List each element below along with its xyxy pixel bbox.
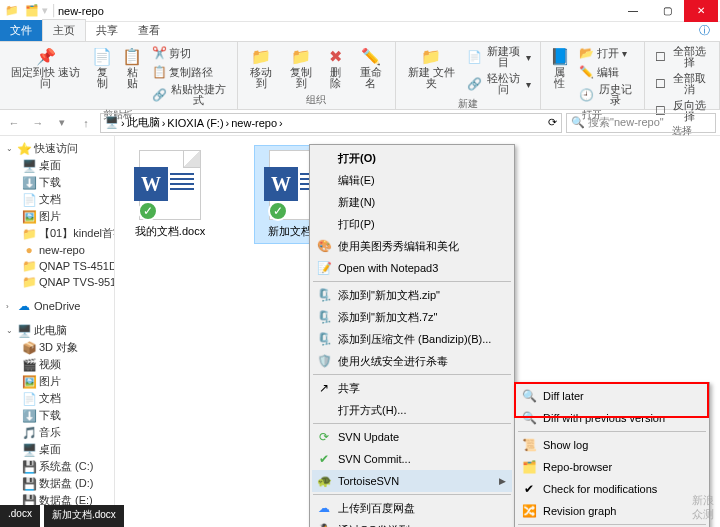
ctx-open[interactable]: 打开(O) bbox=[312, 147, 512, 169]
tree-kindel[interactable]: 📁【01】kindel首字B bbox=[0, 225, 114, 242]
nav-back-button[interactable]: ← bbox=[4, 113, 24, 133]
tree-sysc[interactable]: 💾系统盘 (C:) bbox=[0, 458, 114, 475]
pin-quickaccess-button[interactable]: 📌固定到快 速访问 bbox=[6, 44, 85, 91]
crumb-folder[interactable]: new-repo bbox=[231, 117, 277, 129]
tree-music[interactable]: 🎵音乐 bbox=[0, 424, 114, 441]
ctx-svn-update[interactable]: ⟳SVN Update bbox=[312, 426, 512, 448]
tree-documents[interactable]: 📄文档 bbox=[0, 191, 114, 208]
address-bar: ← → ▾ ↑ 🖥️› 此电脑› KIOXIA (F:)› new-repo› … bbox=[0, 110, 720, 136]
tree-dl2[interactable]: ⬇️下载 bbox=[0, 407, 114, 424]
tab-view[interactable]: 查看 bbox=[128, 20, 170, 41]
ctx-meitu[interactable]: 🎨使用美图秀秀编辑和美化 bbox=[312, 235, 512, 257]
search-icon: 🔍 bbox=[571, 116, 585, 129]
ctx-edit[interactable]: 编辑(E) bbox=[312, 169, 512, 191]
breadcrumb[interactable]: 🖥️› 此电脑› KIOXIA (F:)› new-repo› ⟳ bbox=[100, 113, 562, 133]
history-button[interactable]: 🕘历史记录 bbox=[577, 82, 638, 108]
ribbon-collapse[interactable]: ⓘ bbox=[689, 20, 720, 41]
ctx-add7z[interactable]: 🗜️添加到"新加文档.7z" bbox=[312, 306, 512, 328]
refresh-icon[interactable]: ⟳ bbox=[548, 116, 557, 129]
ctx-rev-graph[interactable]: 🔀Revision graph bbox=[517, 500, 707, 522]
cut-button[interactable]: ✂️剪切 bbox=[149, 44, 230, 62]
explorer-icon: 🗂️ bbox=[25, 4, 39, 18]
copy-path-button[interactable]: 📋复制路径 bbox=[149, 63, 230, 81]
rename-button[interactable]: ✏️重命名 bbox=[353, 44, 389, 91]
nav-recent-button[interactable]: ▾ bbox=[52, 113, 72, 133]
ribbon-group-open: 📘属性 📂打开▾ ✏️编辑 🕘历史记录 打开 bbox=[541, 42, 645, 109]
search-input[interactable]: 🔍 搜索"new-repo" bbox=[566, 113, 716, 133]
context-submenu-tortoisesvn: 🔍Diff later 🔍Diff with previous version … bbox=[514, 382, 710, 527]
tree-quickaccess[interactable]: ⌄⭐快速访问 bbox=[0, 140, 114, 157]
tree-qnap1[interactable]: 📁QNAP TS-451D-2 bbox=[0, 258, 114, 274]
properties-button[interactable]: 📘属性 bbox=[547, 44, 573, 91]
file-name: 我的文档.docx bbox=[135, 224, 205, 239]
ctx-tortoisesvn[interactable]: 🐢TortoiseSVN▶ bbox=[312, 470, 512, 492]
paste-button[interactable]: 📋粘贴 bbox=[119, 44, 145, 91]
task-peek-2[interactable]: 新加文档.docx bbox=[44, 505, 124, 527]
ctx-new[interactable]: 新建(N) bbox=[312, 191, 512, 213]
ctx-diff-later[interactable]: 🔍Diff later bbox=[517, 385, 707, 407]
new-folder-button[interactable]: 📁新建 文件夹 bbox=[402, 44, 461, 91]
tab-file[interactable]: 文件 bbox=[0, 20, 42, 41]
ctx-huorong[interactable]: 🛡️使用火绒安全进行杀毒 bbox=[312, 350, 512, 372]
edit-button[interactable]: ✏️编辑 bbox=[577, 63, 638, 81]
tab-share[interactable]: 共享 bbox=[86, 20, 128, 41]
tree-onedrive[interactable]: ›☁OneDrive bbox=[0, 298, 114, 314]
tree-desktop[interactable]: 🖥️桌面 bbox=[0, 157, 114, 174]
file-item-1[interactable]: W✓ 我的文档.docx bbox=[125, 146, 215, 243]
ctx-notepad3[interactable]: 📝Open with Notepad3 bbox=[312, 257, 512, 279]
ctx-svn-commit[interactable]: ✔SVN Commit... bbox=[312, 448, 512, 470]
ctx-print[interactable]: 打印(P) bbox=[312, 213, 512, 235]
copyto-button[interactable]: 📁复制到 bbox=[283, 44, 319, 91]
tree-qnap2[interactable]: 📁QNAP TVS-951N- bbox=[0, 274, 114, 290]
new-item-button[interactable]: 📄新建项目▾ bbox=[465, 44, 534, 70]
tree-docs2[interactable]: 📄文档 bbox=[0, 390, 114, 407]
copy-button[interactable]: 📄复制 bbox=[89, 44, 115, 91]
moveto-button[interactable]: 📁移动到 bbox=[244, 44, 280, 91]
tree-newrepo[interactable]: ●new-repo bbox=[0, 242, 114, 258]
ctx-bandizip[interactable]: 🗜️添加到压缩文件 (Bandizip)(B)... bbox=[312, 328, 512, 350]
tree-3dobjects[interactable]: 📦3D 对象 bbox=[0, 339, 114, 356]
open-button[interactable]: 📂打开▾ bbox=[577, 44, 638, 62]
window-controls: — ▢ ✕ bbox=[616, 0, 718, 22]
tree-downloads[interactable]: ⬇️下载 bbox=[0, 174, 114, 191]
tree-pics2[interactable]: 🖼️图片 bbox=[0, 373, 114, 390]
ctx-share[interactable]: ↗共享 bbox=[312, 377, 512, 399]
nav-forward-button[interactable]: → bbox=[28, 113, 48, 133]
qat-sep: ▾ │ bbox=[42, 4, 58, 17]
ctx-diff-prev[interactable]: 🔍Diff with previous version bbox=[517, 407, 707, 429]
chevron-right-icon: ▶ bbox=[499, 476, 506, 486]
ribbon-group-select: ☐全部选择 ☐全部取消 ☐反向选择 选择 bbox=[645, 42, 720, 109]
taskbar-preview: .docx 新加文档.docx bbox=[0, 505, 124, 527]
tree-thispc[interactable]: ⌄🖥️此电脑 bbox=[0, 322, 114, 339]
ctx-qq[interactable]: 🐧通过QQ发送到 bbox=[312, 519, 512, 527]
ctx-repo-browser[interactable]: 🗂️Repo-browser bbox=[517, 456, 707, 478]
tree-datae[interactable]: 💾数据盘 (E:) bbox=[0, 492, 114, 505]
paste-shortcut-button[interactable]: 🔗粘贴快捷方式 bbox=[149, 82, 230, 108]
maximize-button[interactable]: ▢ bbox=[650, 0, 684, 22]
tree-videos[interactable]: 🎬视频 bbox=[0, 356, 114, 373]
ctx-openwith[interactable]: 打开方式(H)... bbox=[312, 399, 512, 421]
ribbon-group-new: 📁新建 文件夹 📄新建项目▾ 🔗轻松访问▾ 新建 bbox=[396, 42, 541, 109]
pc-icon: 🖥️ bbox=[105, 116, 119, 129]
crumb-drive[interactable]: KIOXIA (F:) bbox=[167, 117, 223, 129]
ctx-show-log[interactable]: 📜Show log bbox=[517, 434, 707, 456]
titlebar: 📁 🗂️ ▾ │ new-repo — ▢ ✕ bbox=[0, 0, 720, 22]
minimize-button[interactable]: — bbox=[616, 0, 650, 22]
tree-pictures[interactable]: 🖼️图片 bbox=[0, 208, 114, 225]
select-none-button[interactable]: ☐全部取消 bbox=[651, 71, 713, 97]
ctx-baidu[interactable]: ☁上传到百度网盘 bbox=[312, 497, 512, 519]
select-all-button[interactable]: ☐全部选择 bbox=[651, 44, 713, 70]
easy-access-button[interactable]: 🔗轻松访问▾ bbox=[465, 71, 534, 97]
ctx-check-mod[interactable]: ✔Check for modifications bbox=[517, 478, 707, 500]
close-button[interactable]: ✕ bbox=[684, 0, 718, 22]
tree-desk2[interactable]: 🖥️桌面 bbox=[0, 441, 114, 458]
tree-datad[interactable]: 💾数据盘 (D:) bbox=[0, 475, 114, 492]
nav-up-button[interactable]: ↑ bbox=[76, 113, 96, 133]
delete-button[interactable]: ✖删除 bbox=[323, 44, 349, 91]
crumb-thispc[interactable]: 此电脑 bbox=[127, 115, 160, 130]
ctx-addzip[interactable]: 🗜️添加到"新加文档.zip" bbox=[312, 284, 512, 306]
context-menu: 打开(O) 编辑(E) 新建(N) 打印(P) 🎨使用美图秀秀编辑和美化 📝Op… bbox=[309, 144, 515, 527]
task-peek-1[interactable]: .docx bbox=[0, 505, 40, 527]
folder-icon: 📁 bbox=[5, 4, 19, 18]
tab-home[interactable]: 主页 bbox=[42, 19, 86, 41]
